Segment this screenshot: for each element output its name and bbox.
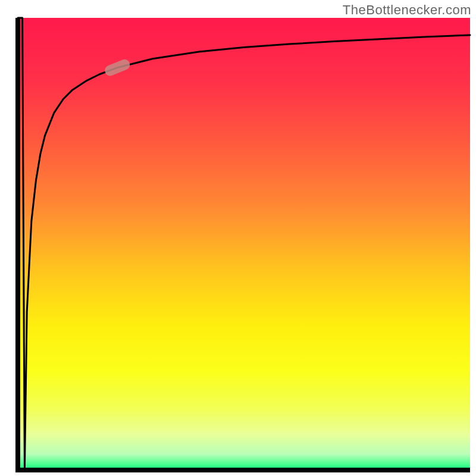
bottleneck-chart: [0, 0, 476, 476]
plot-background: [18, 18, 470, 470]
watermark-text: TheBottlenecker.com: [343, 2, 471, 18]
chart-frame: TheBottlenecker.com: [0, 0, 476, 476]
